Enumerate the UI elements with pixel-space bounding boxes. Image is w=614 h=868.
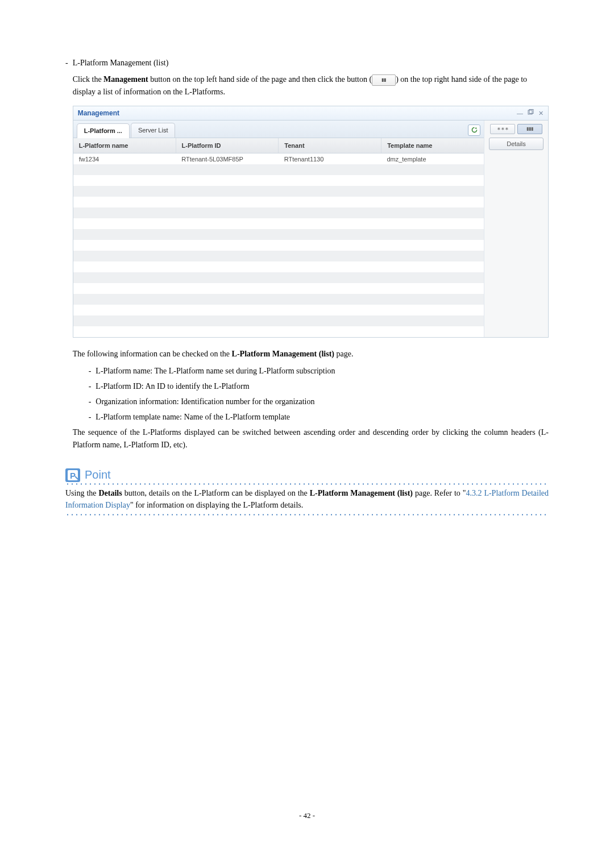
point-text: Using the Details button, details on the… [65,487,549,512]
table-row-empty [73,305,484,315]
sub-bullet-3: - Organization information: Identificati… [73,396,549,408]
page-number: - 42 - [65,811,549,820]
col-template-name[interactable]: Template name [381,138,484,153]
svg-text:P: P [70,471,76,480]
table-row-empty [73,186,484,197]
table-row-empty [73,218,484,229]
sub-bullet-4: - L-Platform template name: Name of the … [73,411,549,423]
tab-server-list[interactable]: Server List [131,123,176,138]
view-tiles-button[interactable]: ∗∗∗ [490,124,515,134]
table-row-empty [73,240,484,251]
tab-row: L-Platform ... Server List [73,121,484,138]
management-window: Management — ✕ L-Platform ... Server Lis… [73,106,549,338]
point-label: Point [85,468,111,481]
list-view-inline-button: ▮▮ [372,74,396,86]
point-box: P Point Using the Details button, detail… [65,468,549,516]
table-row-empty [73,229,484,240]
management-bold: Management [103,75,148,84]
col-tenant[interactable]: Tenant [279,138,381,153]
view-mode-toolbar: ∗∗∗ ▮▮▮ [488,124,545,134]
table-row-empty [73,272,484,283]
cell-lplatform-name: fw1234 [73,153,176,164]
refresh-icon [471,126,478,134]
table-row-empty [73,207,484,218]
table-row-empty [73,326,484,337]
window-titlebar: Management — ✕ [73,106,548,121]
intro-text-before: Click the [73,75,103,84]
dotted-separator-bottom [65,514,549,516]
bullet-content: L-Platform Management (list) Click the M… [73,57,549,456]
info-check-para: The following information can be checked… [73,348,549,360]
sub-bullet-1: - L-Platform name: The L-Platform name s… [73,365,549,377]
dotted-separator-top [65,483,549,485]
section-title: L-Platform Management (list) [73,57,549,69]
main-panel: L-Platform ... Server List L-Platform na… [73,121,484,337]
table-row-empty [73,315,484,326]
table-row-empty [73,164,484,175]
section-intro: Click the Management button on the top l… [73,73,549,98]
cell-tenant: RTtenant1130 [279,153,381,164]
maximize-icon[interactable] [528,109,534,118]
sort-order-para: The sequence of the L-Platforms displaye… [73,426,549,451]
grid-header: L-Platform name L-Platform ID Tenant Tem… [73,138,484,154]
table-row-empty [73,175,484,186]
tab-lplatform[interactable]: L-Platform ... [77,123,130,138]
cell-template-name: dmz_template [381,153,484,164]
side-panel: ∗∗∗ ▮▮▮ Details [484,121,548,337]
intro-text-mid: button on the top left hand side of the … [148,75,372,84]
window-body: L-Platform ... Server List L-Platform na… [73,121,548,337]
table-row-empty [73,283,484,294]
table-row-empty [73,197,484,207]
bullet-dash: - [65,57,73,456]
col-lplatform-id[interactable]: L-Platform ID [176,138,279,153]
col-lplatform-name[interactable]: L-Platform name [73,138,176,153]
grid-body: fw1234 RTtenant-5L03MF85P RTtenant1130 d… [73,153,484,337]
point-badge-icon: P [65,468,80,482]
minimize-icon[interactable]: — [517,109,523,118]
table-row[interactable]: fw1234 RTtenant-5L03MF85P RTtenant1130 d… [73,153,484,164]
refresh-button[interactable] [468,124,480,136]
window-title: Management [78,108,119,118]
sub-bullet-2: - L-Platform ID: An ID to identify the L… [73,380,549,392]
table-row-empty [73,251,484,261]
cell-lplatform-id: RTtenant-5L03MF85P [176,153,279,164]
details-button[interactable]: Details [489,138,544,150]
point-header: P Point [65,468,549,482]
table-row-empty [73,294,484,305]
bullet-lplatform-management-list: - L-Platform Management (list) Click the… [65,57,549,456]
table-row-empty [73,261,484,272]
close-icon[interactable]: ✕ [538,109,544,118]
view-list-button[interactable]: ▮▮▮ [517,124,542,134]
window-controls: — ✕ [517,109,544,118]
